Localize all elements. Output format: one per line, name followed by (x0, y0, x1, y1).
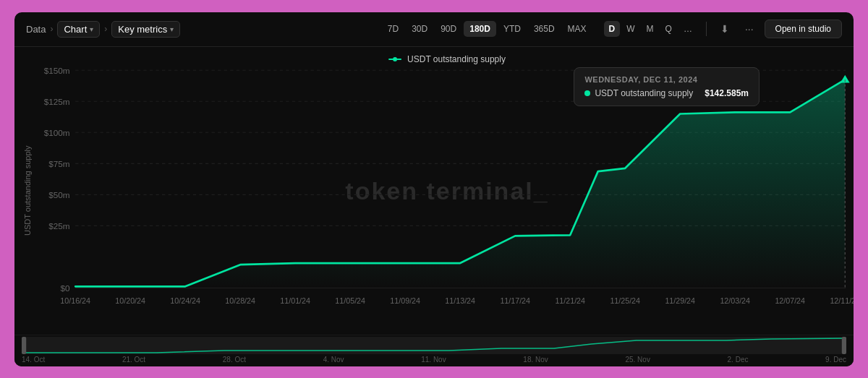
toolbar: Data › Chart ▾ › Key metrics ▾ 7D 30D 90… (14, 12, 854, 47)
btn-quarterly[interactable]: Q (660, 21, 677, 37)
svg-text:11/25/24: 11/25/24 (610, 296, 640, 304)
tooltip-row: USDT outstanding supply $142.585m (584, 88, 749, 98)
btn-monthly[interactable]: M (642, 21, 659, 37)
mini-label-8: 9. Dec (825, 356, 846, 364)
svg-text:10/16/24: 10/16/24 (60, 296, 90, 304)
svg-rect-33 (842, 337, 846, 354)
mini-label-0: 14. Oct (22, 356, 45, 364)
mini-label-5: 18. Nov (523, 356, 548, 364)
svg-text:$125m: $125m (44, 96, 70, 106)
btn-ytd[interactable]: YTD (498, 21, 527, 37)
y-axis-label: USDT outstanding supply (14, 47, 41, 335)
svg-text:11/21/24: 11/21/24 (555, 296, 585, 304)
btn-weekly[interactable]: W (621, 21, 639, 37)
breadcrumb-sep2: › (104, 24, 107, 34)
time-range-buttons: 7D 30D 90D 180D YTD 365D MAX (382, 21, 592, 37)
mini-label-1: 21. Oct (122, 356, 145, 364)
mini-chart-area: 14. Oct 21. Oct 28. Oct 4. Nov 11. Nov 1… (14, 335, 854, 366)
svg-text:11/13/24: 11/13/24 (445, 296, 475, 304)
divider (706, 22, 707, 36)
btn-365d[interactable]: 365D (528, 21, 561, 37)
svg-text:11/29/24: 11/29/24 (665, 296, 695, 304)
mini-chart-labels: 14. Oct 21. Oct 28. Oct 4. Nov 11. Nov 1… (14, 356, 854, 364)
btn-30d[interactable]: 30D (406, 21, 433, 37)
svg-text:11/01/24: 11/01/24 (280, 296, 310, 304)
breadcrumb: Data › Chart ▾ › Key metrics ▾ (26, 21, 180, 38)
svg-text:10/28/24: 10/28/24 (225, 296, 255, 304)
interval-buttons: D W M Q … (604, 21, 697, 37)
btn-90d[interactable]: 90D (435, 21, 462, 37)
chevron-down-icon: ▾ (90, 25, 93, 33)
svg-text:11/09/24: 11/09/24 (390, 296, 420, 304)
breadcrumb-sep1: › (50, 24, 53, 34)
svg-text:11/05/24: 11/05/24 (335, 296, 365, 304)
breadcrumb-data: Data (26, 24, 46, 35)
svg-text:$25m: $25m (48, 220, 70, 231)
mini-label-2: 28. Oct (223, 356, 246, 364)
mini-label-6: 25. Nov (625, 356, 650, 364)
svg-text:$100m: $100m (44, 127, 70, 137)
btn-max[interactable]: MAX (562, 21, 592, 37)
mini-label-4: 11. Nov (421, 356, 446, 364)
legend-label: USDT outstanding supply (407, 54, 506, 64)
chart-container: Data › Chart ▾ › Key metrics ▾ 7D 30D 90… (14, 12, 854, 366)
svg-rect-31 (22, 337, 846, 354)
svg-text:12/11/24: 12/11/24 (830, 296, 854, 304)
btn-more-intervals[interactable]: … (678, 21, 697, 37)
btn-daily[interactable]: D (604, 21, 621, 37)
chevron-down-icon-2: ▾ (170, 25, 174, 33)
tooltip-dot (584, 90, 590, 96)
mini-label-7: 2. Dec (728, 356, 749, 364)
tooltip-value: $142.585m (705, 88, 749, 98)
svg-rect-32 (22, 337, 26, 354)
tooltip-label: USDT outstanding supply (584, 88, 693, 98)
svg-text:12/03/24: 12/03/24 (720, 296, 750, 304)
svg-text:10/24/24: 10/24/24 (170, 296, 200, 304)
svg-text:11/17/24: 11/17/24 (500, 296, 530, 304)
svg-text:$0: $0 (61, 283, 71, 293)
chart-area: USDT outstanding supply token terminal_ … (41, 47, 854, 335)
mini-chart-svg (22, 337, 846, 354)
chart-dropdown[interactable]: Chart ▾ (57, 21, 100, 38)
btn-7d[interactable]: 7D (382, 21, 404, 37)
svg-text:12/07/24: 12/07/24 (775, 296, 805, 304)
mini-label-3: 4. Nov (323, 356, 344, 364)
chart-tooltip: WEDNESDAY, DEC 11, 2024 USDT outstanding… (574, 67, 760, 106)
legend-color-dot (388, 59, 401, 60)
svg-text:10/20/24: 10/20/24 (115, 296, 145, 304)
svg-text:$150m: $150m (44, 65, 70, 75)
svg-text:$50m: $50m (48, 189, 70, 199)
chart-legend: USDT outstanding supply (388, 54, 506, 64)
download-button[interactable]: ⬇ (715, 20, 734, 38)
open-in-studio-button[interactable]: Open in studio (765, 20, 842, 38)
tooltip-date: WEDNESDAY, DEC 11, 2024 (584, 75, 749, 84)
svg-text:$75m: $75m (48, 158, 70, 168)
btn-180d[interactable]: 180D (464, 21, 496, 37)
metrics-dropdown[interactable]: Key metrics ▾ (111, 21, 180, 38)
chart-body: USDT outstanding supply USDT outstanding… (14, 47, 854, 335)
more-options-button[interactable]: ··· (740, 20, 759, 38)
